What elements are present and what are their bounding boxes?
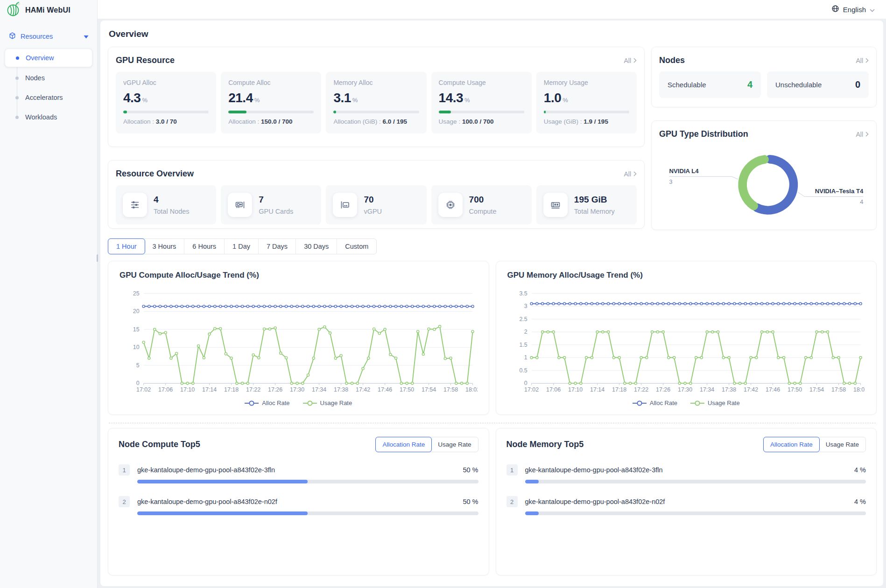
- gpu-metric-detail-value: 150.0 / 700: [261, 118, 293, 125]
- svg-text:17:22: 17:22: [246, 386, 260, 393]
- rank-badge: 1: [119, 464, 130, 476]
- gpu-resource-all-link[interactable]: All: [624, 57, 637, 64]
- legend-item-alloc-rate[interactable]: Alloc Rate: [633, 399, 677, 406]
- time-tab-7-days[interactable]: 7 Days: [259, 239, 296, 254]
- resource-overview-label: GPU Cards: [259, 208, 293, 215]
- svg-text:3: 3: [524, 303, 527, 309]
- gpu-metric-progress-fill: [228, 111, 246, 113]
- node-name-link[interactable]: gke-kantaloupe-demo-gpu-pool-a843f02e-n0…: [137, 498, 463, 505]
- top5-row-header: 2gke-kantaloupe-demo-gpu-pool-a843f02e-n…: [506, 496, 866, 507]
- toggle-usage-rate[interactable]: Usage Rate: [819, 437, 865, 452]
- sidebar-item-label: Nodes: [25, 74, 45, 82]
- sidebar-section-label: Resources: [21, 33, 53, 40]
- svg-text:15: 15: [133, 326, 140, 333]
- donut-slice-nvidia-tesla-t4: [757, 159, 794, 210]
- node-rate-bar: [137, 480, 478, 483]
- rate-toggle-group: Allocation RateUsage Rate: [763, 437, 866, 452]
- gpu-metric-card: Memory Usage1.0%Usage (GiB) : 1.9 / 195: [536, 72, 637, 133]
- resource-overview-item: 700Compute: [431, 185, 532, 224]
- node-stat-label: Schedulable: [668, 81, 706, 89]
- gpu-metric-unit: %: [563, 97, 568, 104]
- gpu-metric-progress-fill: [123, 111, 127, 113]
- legend-marker: [245, 400, 259, 406]
- nodes-all-link[interactable]: All: [856, 57, 869, 64]
- globe-icon: [831, 5, 839, 14]
- legend-item-usage-rate[interactable]: Usage Rate: [690, 399, 740, 406]
- gpu-metric-detail: Allocation : 3.0 / 70: [123, 118, 209, 125]
- time-tab-1-hour[interactable]: 1 Hour: [108, 238, 145, 254]
- node-rate-value: 4 %: [854, 498, 866, 505]
- gpu-metric-value: 3.1%: [333, 91, 419, 105]
- sidebar-menu: Resources OverviewNodesAcceleratorsWorkl…: [0, 21, 97, 128]
- time-tab-30-days[interactable]: 30 Days: [296, 239, 337, 254]
- gpu-type-distribution-card: GPU Type Distribution All NVIDIA L43NVID…: [651, 120, 877, 230]
- time-tab-3-hours[interactable]: 3 Hours: [145, 239, 185, 254]
- sidebar: HAMi WebUI Resources OverviewNodesAccele…: [0, 0, 98, 588]
- gpu-metric-card: Compute Alloc21.4%Allocation : 150.0 / 7…: [221, 72, 321, 133]
- time-range-tabs: 1 Hour3 Hours6 Hours1 Day7 Days30 DaysCu…: [108, 238, 377, 254]
- top5-node-row: 2gke-kantaloupe-demo-gpu-pool-a843f02e-n…: [506, 496, 866, 515]
- gpu-metric-detail-label: Allocation (GiB) :: [333, 118, 382, 125]
- gpu-metric-card: Memory Alloc3.1%Allocation (GiB) : 6.0 /…: [326, 72, 426, 133]
- node-stat-value: 4: [747, 79, 752, 90]
- toggle-allocation-rate[interactable]: Allocation Rate: [763, 437, 820, 452]
- logo-row: HAMi WebUI: [0, 0, 97, 21]
- menu-dot: [16, 56, 19, 60]
- toggle-usage-rate[interactable]: Usage Rate: [431, 437, 478, 452]
- chevron-right-icon: [865, 132, 869, 137]
- time-tab-6-hours[interactable]: 6 Hours: [184, 239, 225, 254]
- svg-text:1: 1: [524, 354, 527, 361]
- node-name-link[interactable]: gke-kantaloupe-demo-gpu-pool-a843f02e-3f…: [137, 466, 463, 474]
- node-name-link[interactable]: gke-kantaloupe-demo-gpu-pool-a843f02e-n0…: [525, 498, 855, 505]
- svg-text:17:46: 17:46: [766, 386, 780, 393]
- gpu-metric-unit: %: [142, 97, 147, 104]
- svg-text:17:54: 17:54: [809, 386, 824, 393]
- gpu-metric-value: 14.3%: [439, 91, 524, 105]
- gpu-type-all-link[interactable]: All: [856, 131, 869, 138]
- svg-text:17:34: 17:34: [700, 386, 714, 393]
- resource-overview-value: 195 GiB: [574, 195, 615, 205]
- gpu-metric-unit: %: [352, 97, 358, 104]
- sidebar-item-overview[interactable]: Overview: [5, 49, 92, 67]
- gpu-metric-detail: Allocation (GiB) : 6.0 / 195: [333, 118, 419, 125]
- time-tab-custom[interactable]: Custom: [337, 239, 376, 254]
- svg-text:17:10: 17:10: [568, 386, 583, 393]
- toggle-allocation-rate[interactable]: Allocation Rate: [375, 437, 432, 452]
- app-root: HAMi WebUI Resources OverviewNodesAccele…: [0, 0, 886, 588]
- gpu-metric-progress: [544, 111, 629, 113]
- top5-card-head: Node Memory Top5Allocation RateUsage Rat…: [506, 437, 866, 452]
- resource-overview-all-link[interactable]: All: [624, 170, 637, 178]
- legend-label: Usage Rate: [320, 399, 352, 406]
- sidebar-section-resources[interactable]: Resources: [5, 29, 92, 44]
- svg-text:20: 20: [133, 308, 140, 315]
- sidebar-item-workloads[interactable]: Workloads: [5, 108, 92, 126]
- language-label: English: [843, 6, 866, 14]
- gpu-metric-detail-label: Usage (GiB) :: [544, 118, 584, 125]
- top5-row-header: 1gke-kantaloupe-demo-gpu-pool-a843f02e-3…: [506, 464, 866, 476]
- gpu-metric-label: Memory Alloc: [333, 79, 419, 86]
- gpu-metric-card: vGPU Alloc4.3%Allocation : 3.0 / 70: [116, 72, 216, 133]
- donut-slice-nvidia-l4: [743, 160, 765, 206]
- time-tab-1-day[interactable]: 1 Day: [225, 239, 259, 254]
- node-name-link[interactable]: gke-kantaloupe-demo-gpu-pool-a843f02e-3f…: [525, 466, 855, 474]
- legend-marker: [690, 400, 704, 406]
- language-selector[interactable]: English: [831, 5, 875, 14]
- node-rate-bar-fill: [137, 480, 308, 483]
- top5-row-header: 2gke-kantaloupe-demo-gpu-pool-a843f02e-n…: [119, 496, 478, 507]
- section-divider: [109, 423, 876, 423]
- legend-item-usage-rate[interactable]: Usage Rate: [303, 399, 352, 406]
- resource-overview-text: 7GPU Cards: [259, 195, 293, 215]
- svg-text:4: 4: [860, 199, 863, 205]
- sidebar-item-nodes[interactable]: Nodes: [5, 69, 92, 87]
- rank-badge: 2: [506, 496, 518, 507]
- sidebar-item-accelerators[interactable]: Accelerators: [5, 89, 92, 106]
- legend-item-alloc-rate[interactable]: Alloc Rate: [245, 399, 289, 406]
- sidebar-resize-handle[interactable]: [97, 254, 98, 262]
- svg-text:17:14: 17:14: [202, 386, 217, 393]
- svg-text:17:02: 17:02: [524, 386, 539, 393]
- resource-overview-row: 4Total Nodes7GPU Cards70vGPU700Compute19…: [116, 185, 637, 224]
- node-rate-bar-fill: [525, 511, 539, 515]
- svg-text:17:54: 17:54: [422, 386, 436, 393]
- node-rate-bar-fill: [137, 511, 308, 515]
- node-memory-top5-card: Node Memory Top5Allocation RateUsage Rat…: [496, 428, 877, 575]
